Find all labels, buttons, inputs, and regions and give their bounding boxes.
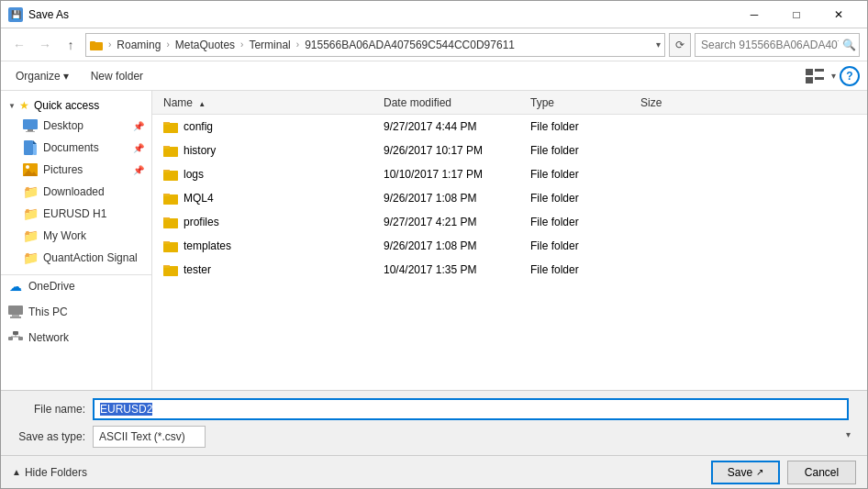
cancel-button[interactable]: Cancel — [787, 461, 856, 484]
breadcrumb-roaming[interactable]: Roaming — [117, 39, 161, 51]
view-button[interactable] — [802, 65, 828, 87]
folder-icon — [163, 263, 178, 276]
quick-access-icon: ★ — [19, 99, 29, 112]
bottom-bar: File name: Save as type: ASCII Text (*.c… — [1, 390, 867, 455]
sidebar-item-mywork[interactable]: 📁 My Work — [1, 225, 151, 247]
table-row[interactable]: config 9/27/2017 4:44 PM File folder — [152, 115, 867, 139]
sidebar-item-documents[interactable]: Documents 📌 — [1, 137, 151, 159]
savetype-select[interactable]: ASCII Text (*.csv) — [93, 426, 206, 448]
quantaction-icon: 📁 — [23, 250, 38, 265]
file-date: 9/26/2017 1:08 PM — [380, 239, 527, 252]
file-list: config 9/27/2017 4:44 PM File folder his… — [152, 115, 867, 282]
file-area: Name ▲ Date modified Type Size config 9/… — [152, 91, 867, 390]
hide-folders-chevron: ▲ — [12, 467, 21, 477]
file-type: File folder — [527, 140, 637, 161]
file-date: 9/26/2017 1:08 PM — [380, 192, 527, 205]
file-date: 10/10/2017 1:17 PM — [380, 168, 527, 181]
window-controls: ─ □ ✕ — [733, 1, 860, 28]
organize-button[interactable]: Organize ▾ — [8, 65, 76, 87]
svg-rect-9 — [24, 140, 33, 155]
quick-access-header[interactable]: ▼ ★ Quick access — [1, 96, 151, 115]
pictures-label: Pictures — [43, 163, 83, 176]
address-dropdown-button[interactable]: ▾ — [656, 39, 661, 50]
svg-rect-17 — [10, 317, 21, 318]
column-header-type[interactable]: Type — [527, 93, 637, 113]
column-header-name[interactable]: Name ▲ — [160, 96, 380, 109]
save-cursor-icon: ↗ — [756, 467, 763, 477]
address-bar[interactable]: › Roaming › MetaQuotes › Terminal › 9155… — [85, 33, 665, 57]
hide-folders-label: Hide Folders — [25, 466, 87, 479]
sidebar-item-pictures[interactable]: Pictures 📌 — [1, 159, 151, 181]
footer: ▲ Hide Folders Save ↗ Cancel — [1, 455, 867, 488]
savetype-label: Save as type: — [12, 430, 85, 443]
breadcrumb-metaquotes[interactable]: MetaQuotes — [175, 39, 235, 51]
file-name: config — [160, 120, 380, 133]
table-row[interactable]: history 9/26/2017 10:17 PM File folder — [152, 139, 867, 162]
svg-rect-15 — [8, 306, 23, 315]
sidebar-item-desktop[interactable]: Desktop 📌 — [1, 115, 151, 137]
network-label: Network — [28, 331, 69, 344]
desktop-icon — [23, 118, 38, 133]
svg-rect-4 — [806, 77, 813, 83]
svg-rect-18 — [13, 331, 18, 335]
table-row[interactable]: MQL4 9/26/2017 1:08 PM File folder — [152, 186, 867, 210]
dialog-title: Save As — [28, 8, 733, 21]
column-header-date[interactable]: Date modified — [380, 96, 527, 109]
refresh-button[interactable]: ⟳ — [669, 33, 691, 57]
hide-folders-button[interactable]: ▲ Hide Folders — [12, 466, 87, 479]
sidebar-item-eurusd[interactable]: 📁 EURUSD H1 — [1, 203, 151, 225]
svg-rect-20 — [18, 337, 23, 340]
search-input[interactable] — [701, 39, 839, 51]
file-type: File folder — [527, 188, 637, 208]
svg-rect-6 — [23, 119, 38, 129]
folder-icon — [163, 144, 178, 157]
help-button[interactable]: ? — [840, 66, 860, 86]
table-row[interactable]: templates 9/26/2017 1:08 PM File folder — [152, 234, 867, 258]
up-button[interactable]: ↑ — [60, 34, 82, 56]
search-icon: 🔍 — [842, 39, 856, 51]
maximize-button[interactable]: □ — [775, 1, 818, 28]
close-button[interactable]: ✕ — [818, 1, 860, 28]
sidebar-item-thispc[interactable]: This PC — [1, 301, 151, 323]
svg-rect-31 — [163, 147, 178, 157]
folder-icon — [163, 168, 178, 181]
mywork-icon: 📁 — [23, 228, 38, 243]
svg-rect-7 — [28, 129, 33, 131]
column-header-size[interactable]: Size — [637, 96, 710, 109]
table-row[interactable]: profiles 9/27/2017 4:21 PM File folder — [152, 210, 867, 234]
sidebar-item-quantaction[interactable]: 📁 QuantAction Signal — [1, 247, 151, 269]
svg-rect-27 — [163, 123, 178, 133]
search-box: 🔍 — [695, 33, 860, 57]
file-type: File folder — [527, 212, 637, 232]
eurusd-label: EURUSD H1 — [43, 207, 106, 220]
svg-rect-43 — [163, 218, 178, 228]
back-button[interactable]: ← — [8, 34, 30, 56]
table-row[interactable]: logs 10/10/2017 1:17 PM File folder — [152, 162, 867, 186]
savetype-row: Save as type: ASCII Text (*.csv) — [12, 426, 856, 448]
dialog-icon: 💾 — [8, 7, 23, 22]
toolbar-right: ▾ ? — [802, 65, 860, 87]
svg-rect-35 — [163, 171, 178, 181]
filename-input[interactable] — [93, 398, 849, 420]
save-button[interactable]: Save ↗ — [711, 461, 780, 484]
table-row[interactable]: tester 10/4/2017 1:35 PM File folder — [152, 258, 867, 282]
pictures-pin-icon: 📌 — [133, 165, 144, 175]
breadcrumb-terminal[interactable]: Terminal — [249, 39, 290, 51]
downloaded-label: Downloaded — [43, 185, 105, 198]
mywork-label: My Work — [43, 229, 86, 242]
address-toolbar: ← → ↑ › Roaming › MetaQuotes › Terminal … — [1, 28, 867, 61]
sidebar-item-downloaded[interactable]: 📁 Downloaded — [1, 181, 151, 203]
svg-rect-39 — [163, 194, 178, 205]
file-name: logs — [160, 168, 380, 181]
forward-button[interactable]: → — [34, 34, 56, 56]
minimize-button[interactable]: ─ — [733, 1, 775, 28]
svg-rect-16 — [12, 315, 19, 317]
breadcrumb-id[interactable]: 915566BA06ADA407569C544CC0D97611 — [305, 39, 515, 51]
svg-rect-8 — [26, 131, 35, 132]
new-folder-button[interactable]: New folder — [83, 65, 150, 87]
sidebar-item-onedrive[interactable]: ☁ OneDrive — [1, 275, 151, 297]
quick-access-label: Quick access — [34, 99, 99, 112]
quantaction-label: QuantAction Signal — [43, 251, 138, 264]
sidebar-item-network[interactable]: Network — [1, 327, 151, 349]
view-dropdown-arrow: ▾ — [831, 71, 836, 81]
